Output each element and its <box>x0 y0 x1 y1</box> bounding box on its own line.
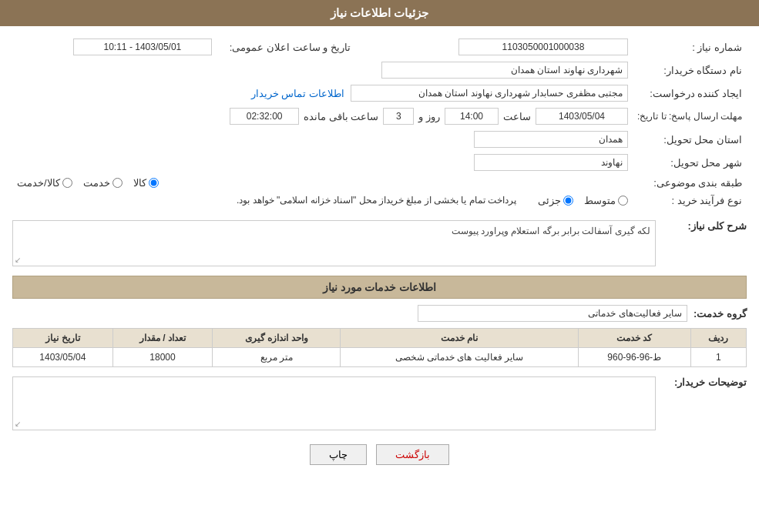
need-description-label: شرح کلی نیاز: <box>662 217 747 232</box>
group-service-label: گروه خدمت: <box>694 308 747 320</box>
category-label: طبقه بندی موضوعی: <box>633 174 747 192</box>
radio-motavaset[interactable]: متوسط <box>584 195 628 206</box>
radio-khadamat-label: خدمت <box>83 177 110 189</box>
city-label: شهر محل تحویل: <box>633 151 747 174</box>
announcement-date-label: تاریخ و ساعت اعلان عمومی: <box>217 35 355 59</box>
radio-khadamat[interactable]: خدمت <box>83 177 123 189</box>
deadline-label: مهلت ارسال پاسخ: تا تاریخ: <box>633 105 747 128</box>
need-number-cell <box>386 35 633 59</box>
group-service-row: گروه خدمت: <box>12 305 747 322</box>
buttons-row: بازگشت چاپ <box>12 444 747 465</box>
services-section-header: اطلاعات خدمات مورد نیاز <box>12 276 747 299</box>
announcement-date-input[interactable] <box>73 38 212 55</box>
radio-jazii[interactable]: جزئی <box>538 195 573 206</box>
buyer-org-label: نام دستگاه خریدار: <box>633 59 747 82</box>
requester-input[interactable] <box>351 85 628 102</box>
deadline-days-label: روز و <box>418 111 440 122</box>
requester-label: ایجاد کننده درخواست: <box>633 82 747 105</box>
radio-kala-khadamat-input[interactable] <box>62 178 72 188</box>
requester-contact-link[interactable]: اطلاعات تماس خریدار <box>251 88 344 99</box>
col-rownum: ردیف <box>690 329 746 348</box>
radio-kala[interactable]: کالا <box>133 177 159 189</box>
need-description-row: شرح کلی نیاز: لکه گیری آسفالت برابر برگه… <box>12 217 747 269</box>
deadline-time-label: ساعت <box>503 111 531 122</box>
province-cell <box>12 128 633 151</box>
deadline-time-input[interactable] <box>445 108 499 125</box>
city-cell <box>12 151 633 174</box>
radio-motavaset-input[interactable] <box>618 196 628 206</box>
radio-kala-label: کالا <box>133 177 146 189</box>
requester-cell: اطلاعات تماس خریدار <box>12 82 633 105</box>
buyer-desc-row: توضیحات خریدار: <box>12 373 747 433</box>
purchase-type-cell: متوسط جزئی پرداخت تمام یا بخشی از مبلغ خ… <box>12 192 633 209</box>
buyer-org-cell <box>12 59 633 82</box>
radio-kala-input[interactable] <box>149 178 159 188</box>
cell-need-date: 1403/05/04 <box>13 348 113 367</box>
print-button[interactable]: چاپ <box>310 444 367 465</box>
cell-unit: متر مربع <box>213 348 341 367</box>
radio-motavaset-label: متوسط <box>584 195 616 206</box>
buyer-org-input[interactable] <box>381 62 628 79</box>
purchase-type-label: نوع فرآیند خرید : <box>633 192 747 209</box>
buyer-desc-label: توضیحات خریدار: <box>662 373 747 388</box>
need-number-label: شماره نیاز : <box>633 35 747 59</box>
announcement-date-cell <box>12 35 217 59</box>
category-cell: کالا/خدمت خدمت کالا <box>12 174 633 192</box>
deadline-days-input[interactable] <box>383 108 414 125</box>
col-unit: واحد اندازه گیری <box>213 329 341 348</box>
need-description-content: لکه گیری آسفالت برابر برگه استعلام وپراو… <box>12 217 656 269</box>
need-description-box[interactable]: لکه گیری آسفالت برابر برگه استعلام وپراو… <box>12 220 656 266</box>
radio-khadamat-input[interactable] <box>113 178 123 188</box>
deadline-date-input[interactable] <box>536 108 628 125</box>
province-label: استان محل تحویل: <box>633 128 747 151</box>
purchase-note: پرداخت تمام یا بخشی از مبلغ خریداز محل "… <box>237 195 516 206</box>
need-description-text: لکه گیری آسفالت برابر برگه استعلام وپراو… <box>452 226 650 236</box>
buyer-desc-box[interactable] <box>12 376 656 430</box>
deadline-cell: ساعت روز و ساعت باقی مانده <box>12 105 633 128</box>
back-button[interactable]: بازگشت <box>376 444 449 465</box>
radio-kala-khadamat-label: کالا/خدمت <box>17 177 60 189</box>
col-need-date: تاریخ نیاز <box>13 329 113 348</box>
deadline-remaining-input[interactable] <box>230 108 299 125</box>
services-table: ردیف کد خدمت نام خدمت واحد اندازه گیری ت… <box>12 328 747 367</box>
deadline-remaining-label: ساعت باقی مانده <box>304 111 378 122</box>
cell-service-code: ط-96-96-960 <box>578 348 690 367</box>
radio-jazii-label: جزئی <box>538 195 561 206</box>
city-input[interactable] <box>474 154 628 171</box>
radio-jazii-input[interactable] <box>563 196 573 206</box>
group-service-input[interactable] <box>418 305 687 322</box>
col-service-code: کد خدمت <box>578 329 690 348</box>
page-header: جزئیات اطلاعات نیاز <box>0 0 759 26</box>
table-row: 1 ط-96-96-960 سایر فعالیت های خدماتی شخص… <box>13 348 747 367</box>
col-service-name: نام خدمت <box>341 329 578 348</box>
radio-kala-khadamat[interactable]: کالا/خدمت <box>17 177 72 189</box>
need-number-input[interactable] <box>458 38 628 55</box>
cell-rownum: 1 <box>690 348 746 367</box>
cell-service-name: سایر فعالیت های خدماتی شخصی <box>341 348 578 367</box>
info-table: شماره نیاز : تاریخ و ساعت اعلان عمومی: ن… <box>12 35 747 209</box>
col-quantity: تعداد / مقدار <box>113 329 213 348</box>
province-input[interactable] <box>474 131 628 148</box>
page-title: جزئیات اطلاعات نیاز <box>331 6 428 19</box>
cell-quantity: 18000 <box>113 348 213 367</box>
buyer-desc-content <box>12 373 656 433</box>
